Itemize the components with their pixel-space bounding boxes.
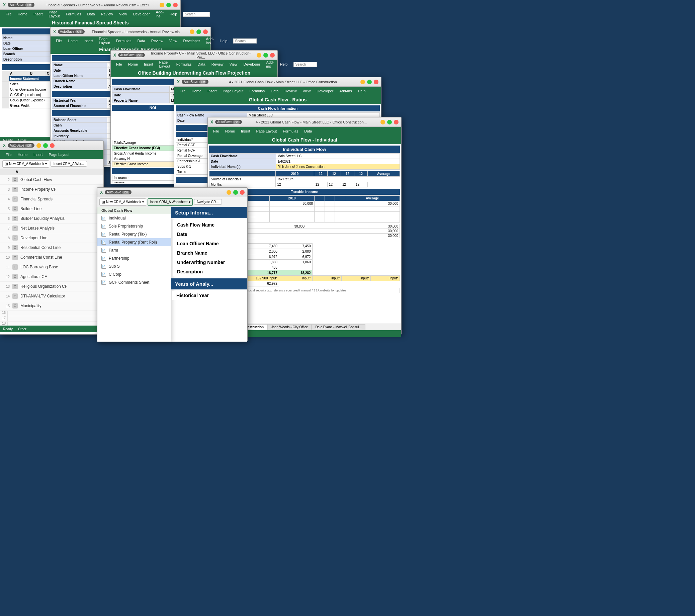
- tab-data-5[interactable]: Data: [302, 128, 315, 134]
- maximize-btn[interactable]: [166, 3, 171, 7]
- tab-developer[interactable]: Developer: [130, 11, 152, 17]
- maximize-btn-5[interactable]: [387, 120, 392, 124]
- tab-insert-4[interactable]: Insert: [205, 88, 220, 94]
- list-item-dti-anw[interactable]: 14 🗒 DTI-ANW-LTV Calculator: [0, 291, 103, 301]
- dropdown-item-rental-tax[interactable]: 📄 Rental Property (Tax): [97, 230, 171, 238]
- minimize-btn-6[interactable]: [226, 190, 231, 195]
- tab-home-3[interactable]: Home: [125, 61, 140, 67]
- autosave-badge-5[interactable]: AutoSave Off: [215, 120, 242, 124]
- close-btn-7[interactable]: [50, 143, 54, 148]
- tab-file-3[interactable]: File: [114, 61, 125, 67]
- tab-developer-2[interactable]: Developer: [180, 38, 202, 44]
- tab-formulas-4[interactable]: Formulas: [247, 88, 267, 94]
- tab-addins-2[interactable]: Add-ins: [203, 36, 217, 46]
- list-item-residential-const[interactable]: 9 🗒 Residential Const Line: [0, 243, 103, 253]
- tab-home-7[interactable]: Home: [15, 152, 30, 158]
- maximize-btn-3[interactable]: [263, 53, 268, 57]
- tab-insert[interactable]: Insert: [31, 11, 46, 17]
- autosave-toggle-2[interactable]: Off: [75, 30, 83, 33]
- autosave-toggle-5[interactable]: Off: [233, 120, 240, 124]
- autosave-toggle-7[interactable]: Off: [25, 144, 32, 147]
- list-item-commercial-const[interactable]: 10 🗒 Commercial Const Line: [0, 253, 103, 262]
- tab-page-layout-7[interactable]: Page Layout: [46, 152, 72, 158]
- navigate-btn-6[interactable]: Navigate CR...: [194, 199, 222, 205]
- tab-file-2[interactable]: File: [53, 38, 65, 44]
- autosave-toggle-4[interactable]: Off: [199, 80, 206, 84]
- tab-data[interactable]: Data: [84, 11, 97, 17]
- tab-page-layout-2[interactable]: Page Layout: [96, 36, 113, 46]
- search-input-2[interactable]: [233, 38, 257, 44]
- tab-file-4[interactable]: File: [177, 88, 188, 94]
- search-input-3[interactable]: [293, 62, 317, 67]
- search-input[interactable]: [183, 12, 210, 17]
- tab-home-4[interactable]: Home: [189, 88, 204, 94]
- autosave-toggle[interactable]: Off: [25, 3, 32, 7]
- list-item-developer-line[interactable]: 8 🗒 Developer Line: [0, 233, 103, 243]
- sheet-tab-evans[interactable]: Dale Evans - Maxwell Consul...: [311, 324, 365, 329]
- tab-developer-4[interactable]: Developer: [314, 88, 336, 94]
- maximize-btn-2[interactable]: [197, 30, 201, 34]
- tab-page-layout[interactable]: Page Layout: [46, 9, 63, 19]
- tab-page-layout-5[interactable]: Page Layout: [254, 128, 280, 134]
- tab-insert-7[interactable]: Insert: [31, 152, 46, 158]
- list-item-builder-liquidity[interactable]: 6 🗒 Builder Liquidity Analysis: [0, 214, 103, 223]
- tab-help[interactable]: Help: [167, 11, 180, 17]
- tab-file-7[interactable]: File: [3, 152, 14, 158]
- tab-formulas-3[interactable]: Formulas: [174, 61, 194, 67]
- tab-help-2[interactable]: Help: [217, 38, 230, 44]
- tab-review-2[interactable]: Review: [149, 38, 166, 44]
- dropdown-item-partnership[interactable]: 📄 Partnership: [97, 254, 171, 262]
- autosave-badge-6[interactable]: AutoSave Off: [105, 190, 132, 194]
- dropdown-item-gcf-comments[interactable]: 📄 GCF Comments Sheet: [97, 278, 171, 287]
- autosave-badge-7[interactable]: AutoSave Off: [8, 143, 34, 148]
- dropdown-item-subs[interactable]: 📄 Sub S: [97, 262, 171, 270]
- tab-view-2[interactable]: View: [167, 38, 180, 44]
- tab-review-4[interactable]: Review: [282, 88, 299, 94]
- tab-page-layout-3[interactable]: Page Layout: [157, 59, 173, 69]
- list-item-builder-line[interactable]: 5 🗒 Builder Line: [0, 204, 103, 214]
- autosave-badge-3[interactable]: AutoSave Off: [118, 53, 145, 57]
- workbook-list-window[interactable]: X AutoSave Off File Home Insert Page Lay…: [0, 140, 104, 335]
- tab-home-5[interactable]: Home: [222, 128, 238, 134]
- tab-file[interactable]: File: [3, 11, 14, 17]
- maximize-btn-6[interactable]: [233, 190, 238, 195]
- dropdown-item-ccorp[interactable]: 📄 C Corp: [97, 270, 171, 278]
- list-item-religious-org[interactable]: 13 🗒 Religious Organization CF: [0, 282, 103, 291]
- maximize-btn-4[interactable]: [367, 80, 372, 84]
- close-btn-6[interactable]: [240, 190, 244, 195]
- autosave-badge[interactable]: AutoSave Off: [8, 3, 34, 7]
- new-workbook-dropdown-7[interactable]: ⊞ New CRM_A Workbook ▾: [2, 160, 49, 168]
- minimize-btn-3[interactable]: [257, 53, 261, 57]
- tab-page-layout-4[interactable]: Page Layout: [220, 88, 246, 94]
- tab-view[interactable]: View: [116, 11, 130, 17]
- new-workbook-dropdown-6[interactable]: ⊞ New CRM_A Workbook ▾: [99, 199, 146, 206]
- tab-formulas-5[interactable]: Formulas: [280, 128, 301, 134]
- list-item-net-lease[interactable]: 7 🗒 Net Lease Analysis: [0, 223, 103, 233]
- tab-developer-3[interactable]: Developer: [241, 61, 263, 67]
- list-item-income-property[interactable]: 3 🗒 Income Property CF: [0, 185, 103, 194]
- close-btn-2[interactable]: [203, 30, 208, 34]
- close-btn[interactable]: [173, 3, 178, 7]
- tab-formulas-2[interactable]: Formulas: [114, 38, 134, 44]
- insert-wor-btn-7[interactable]: Insert CRM_A Wor...: [51, 161, 87, 167]
- dropdown-item-rental-rent-roll[interactable]: 📄 Rental Property (Rent Roll): [97, 238, 171, 246]
- list-item-municipality[interactable]: 15 🗒 Municipality: [0, 301, 103, 311]
- autosave-toggle-3[interactable]: Off: [136, 53, 143, 57]
- list-item-loc-borrowing[interactable]: 11 🗒 LOC Borrowing Base: [0, 262, 103, 272]
- insert-worksheet-dropdown-6[interactable]: Insert CRM_A Worksheet ▾: [148, 199, 193, 206]
- tab-view-3[interactable]: View: [227, 61, 240, 67]
- tab-addins-3[interactable]: Add-ins: [264, 59, 277, 69]
- autosave-badge-2[interactable]: AutoSave Off: [58, 30, 85, 34]
- close-btn-3[interactable]: [270, 53, 275, 57]
- dropdown-item-farm[interactable]: 📄 Farm: [97, 246, 171, 254]
- minimize-btn-2[interactable]: [190, 30, 194, 34]
- tab-insert-5[interactable]: Insert: [238, 128, 253, 134]
- tab-home[interactable]: Home: [15, 11, 30, 17]
- tab-review-3[interactable]: Review: [209, 61, 226, 67]
- tab-insert-2[interactable]: Insert: [81, 38, 96, 44]
- tab-insert-3[interactable]: Insert: [141, 61, 156, 67]
- dropdown-item-sole-prop[interactable]: 📄 Sole Proprietorship: [97, 222, 171, 230]
- close-btn-5[interactable]: [394, 120, 399, 124]
- tab-formulas[interactable]: Formulas: [63, 11, 84, 17]
- list-item-gcf[interactable]: 2 🗒 Global Cash Flow: [0, 175, 103, 185]
